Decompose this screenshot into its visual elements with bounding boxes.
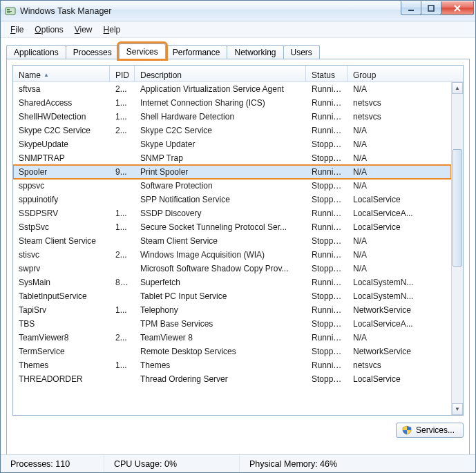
listview-header: Name▲ PID Description Status Group xyxy=(13,66,463,82)
menu-options[interactable]: Options xyxy=(30,23,67,36)
table-row[interactable]: Skype C2C Service2...Skype C2C ServiceRu… xyxy=(13,124,451,137)
column-header-group[interactable]: Group xyxy=(348,66,463,81)
cell-pid: 1... xyxy=(110,209,135,218)
table-row[interactable]: TermServiceRemote Desktop ServicesStoppe… xyxy=(13,345,451,358)
table-row[interactable]: swprvMicrosoft Software Shadow Copy Prov… xyxy=(13,262,451,276)
cell-pid: 2... xyxy=(110,333,135,342)
table-row[interactable]: stisvc2...Windows Image Acquisition (WIA… xyxy=(13,248,451,262)
services-button-label: Services... xyxy=(416,425,455,435)
cell-status: Stopped xyxy=(306,153,348,163)
cell-status: Stopped xyxy=(306,319,348,329)
cell-pid: 856 xyxy=(110,278,135,287)
statusbar: Processes: 110 CPU Usage: 0% Physical Me… xyxy=(1,454,475,472)
scroll-down-button[interactable] xyxy=(452,403,463,415)
table-row[interactable]: SSDPSRV1...SSDP DiscoveryRunningLocalSer… xyxy=(13,206,451,220)
cell-group: N/A xyxy=(348,236,451,246)
table-row[interactable]: Spooler9...Print SpoolerRunningN/A xyxy=(13,165,451,179)
tab-services[interactable]: Services xyxy=(119,44,166,59)
svg-rect-5 xyxy=(428,6,434,11)
table-row[interactable]: sftvsa2...Application Virtualization Ser… xyxy=(13,82,451,96)
cell-group: LocalSystemN... xyxy=(348,291,451,301)
status-processes: Processes: 110 xyxy=(1,455,104,472)
cell-status: Running xyxy=(306,98,348,108)
table-row[interactable]: SNMPTRAPSNMP TrapStoppedN/A xyxy=(13,151,451,165)
cell-status: Stopped xyxy=(306,374,348,384)
cell-desc: Secure Socket Tunneling Protocol Ser... xyxy=(135,222,306,232)
listview-body[interactable]: sftvsa2...Application Virtualization Ser… xyxy=(13,82,451,415)
cell-group: netsvcs xyxy=(348,112,451,122)
cell-name: SNMPTRAP xyxy=(13,153,110,163)
cell-desc: Telephony xyxy=(135,305,306,315)
scroll-thumb[interactable] xyxy=(453,149,462,267)
cell-desc: SSDP Discovery xyxy=(135,209,306,218)
table-row[interactable]: Steam Client ServiceSteam Client Service… xyxy=(13,234,451,248)
close-button[interactable] xyxy=(441,1,474,15)
minimize-button[interactable] xyxy=(401,1,421,15)
tab-processes[interactable]: Processes xyxy=(66,45,120,59)
scroll-track[interactable] xyxy=(452,94,463,403)
column-header-status[interactable]: Status xyxy=(306,66,348,81)
services-button[interactable]: Services... xyxy=(396,423,464,438)
menu-view[interactable]: View xyxy=(70,23,97,36)
table-row[interactable]: ShellHWDetection1...Shell Hardware Detec… xyxy=(13,110,451,124)
cell-desc: TPM Base Services xyxy=(135,319,306,329)
status-cpu: CPU Usage: 0% xyxy=(104,455,240,472)
cell-group: netsvcs xyxy=(348,360,451,370)
cell-status: Running xyxy=(306,305,348,315)
cell-status: Running xyxy=(306,84,348,94)
cell-group: LocalService xyxy=(348,374,451,384)
cell-status: Stopped xyxy=(306,264,348,273)
maximize-button[interactable] xyxy=(421,1,441,15)
cell-desc: SPP Notification Service xyxy=(135,195,306,204)
svg-rect-1 xyxy=(7,9,10,10)
services-listview: Name▲ PID Description Status Group sftvs… xyxy=(12,65,464,416)
tab-performance[interactable]: Performance xyxy=(165,45,228,59)
table-row[interactable]: TabletInputServiceTablet PC Input Servic… xyxy=(13,289,451,303)
cell-status: Running xyxy=(306,333,348,342)
tab-networking[interactable]: Networking xyxy=(227,45,283,59)
table-row[interactable]: sppuinotifySPP Notification ServiceStopp… xyxy=(13,193,451,206)
table-row[interactable]: SharedAccess1...Internet Connection Shar… xyxy=(13,96,451,110)
menu-help[interactable]: Help xyxy=(99,23,125,36)
cell-status: Running xyxy=(306,278,348,287)
cell-group: LocalSystemN... xyxy=(348,278,451,287)
cell-name: ShellHWDetection xyxy=(13,112,110,122)
column-header-name[interactable]: Name▲ xyxy=(13,66,110,81)
window-controls xyxy=(401,1,475,21)
cell-status: Running xyxy=(306,209,348,218)
tab-users[interactable]: Users xyxy=(283,45,320,59)
cell-group: LocalServiceA... xyxy=(348,319,451,329)
cell-desc: TeamViewer 8 xyxy=(135,333,306,342)
table-row[interactable]: TeamViewer82...TeamViewer 8RunningN/A xyxy=(13,331,451,345)
cell-pid: 1... xyxy=(110,360,135,370)
table-row[interactable]: TapiSrv1...TelephonyRunningNetworkServic… xyxy=(13,303,451,317)
cell-name: stisvc xyxy=(13,250,110,260)
table-row[interactable]: SysMain856SuperfetchRunningLocalSystemN.… xyxy=(13,276,451,289)
cell-desc: Remote Desktop Services xyxy=(135,347,306,356)
tabstrip: Applications Processes Services Performa… xyxy=(6,42,470,59)
table-row[interactable]: SkypeUpdateSkype UpdaterStoppedN/A xyxy=(13,137,451,151)
cell-name: TBS xyxy=(13,319,110,329)
scroll-up-button[interactable] xyxy=(452,82,463,94)
column-header-pid[interactable]: PID xyxy=(110,66,135,81)
cell-group: NetworkService xyxy=(348,305,451,315)
cell-name: sppsvc xyxy=(13,181,110,191)
cell-desc: Shell Hardware Detection xyxy=(135,112,306,122)
vertical-scrollbar[interactable] xyxy=(451,82,463,415)
table-row[interactable]: Themes1...ThemesRunningnetsvcs xyxy=(13,358,451,372)
tab-applications[interactable]: Applications xyxy=(6,45,66,59)
cell-status: Running xyxy=(306,250,348,260)
column-header-description[interactable]: Description xyxy=(135,66,306,81)
table-row[interactable]: SstpSvc1...Secure Socket Tunneling Proto… xyxy=(13,220,451,234)
table-row[interactable]: THREADORDERThread Ordering ServerStopped… xyxy=(13,372,451,386)
cell-pid: 9... xyxy=(110,167,135,177)
cell-desc: Skype C2C Service xyxy=(135,126,306,135)
cell-group: N/A xyxy=(348,167,451,177)
cell-desc: Steam Client Service xyxy=(135,236,306,246)
cell-group: N/A xyxy=(348,333,451,342)
menu-file[interactable]: File xyxy=(6,23,28,36)
cell-group: LocalServiceA... xyxy=(348,209,451,218)
table-row[interactable]: TBSTPM Base ServicesStoppedLocalServiceA… xyxy=(13,317,451,331)
cell-desc: Microsoft Software Shadow Copy Prov... xyxy=(135,264,306,273)
table-row[interactable]: sppsvcSoftware ProtectionStoppedN/A xyxy=(13,179,451,193)
